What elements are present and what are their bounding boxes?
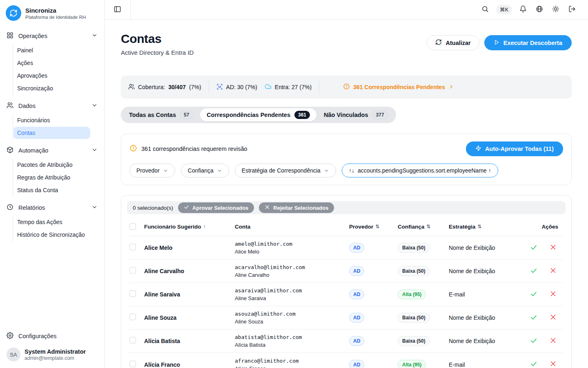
sidebar-item-tempo-acoes[interactable]: Tempo das Ações [13, 216, 90, 228]
reject-selected-button[interactable]: Rejeitar Selecionados [259, 202, 334, 213]
package-icon [7, 146, 13, 155]
reject-match-button[interactable] [549, 243, 557, 253]
sidebar-item-regras-atribuicao[interactable]: Regras de Atribuição [13, 171, 90, 184]
chevron-right-icon [448, 84, 454, 91]
row-checkbox[interactable] [129, 314, 136, 320]
sort-both-icon: ⇅ [375, 224, 379, 229]
theme-toggle-button[interactable] [550, 4, 561, 16]
settings-label: Configurações [18, 333, 57, 339]
sidebar-item-configuracoes[interactable]: Configurações [7, 329, 98, 343]
sidebar-section-dados[interactable]: Dados [0, 98, 104, 114]
sidebar-nav: Operações Painel Ações Aprovações Sincro… [0, 25, 104, 325]
sidebar-item-aprovacoes[interactable]: Aprovações [13, 70, 90, 82]
zap-icon [475, 145, 481, 153]
page-subtitle: Active Directory & Entra ID [121, 49, 194, 56]
approve-match-button[interactable] [529, 243, 538, 253]
tab-correspondencias-pendentes[interactable]: Correspondências Pendentes 361 [200, 108, 316, 121]
cloud-icon [265, 83, 272, 91]
reject-match-button[interactable] [549, 313, 557, 323]
reject-match-button[interactable] [549, 266, 557, 276]
matches-table-card: 0 selecionado(s) Aprovar Selecionados Re… [121, 195, 572, 368]
sidebar-footer: Configurações SA System Administrator ad… [0, 325, 104, 368]
employee-name: Alícia Batista [144, 338, 235, 344]
sidebar-item-contas[interactable]: Contas [13, 127, 90, 139]
approve-match-button[interactable] [529, 336, 538, 346]
x-icon [550, 337, 557, 346]
confidence-badge: Baixa (50) [398, 336, 430, 346]
selection-toolbar: 0 selecionado(s) Aprovar Selecionados Re… [127, 201, 566, 214]
sort-asc-icon: ↑ [203, 224, 206, 229]
users-icon [128, 83, 135, 91]
row-checkbox[interactable] [129, 361, 136, 367]
row-checkbox[interactable] [129, 244, 136, 250]
approve-match-button[interactable] [529, 289, 538, 300]
account-display-name: Aline Souza [235, 319, 349, 325]
table-row: Aline Souza asouza@limithor.com Aline So… [129, 306, 563, 330]
sidebar-section-automacao[interactable]: Automação [0, 143, 104, 158]
match-strategy: Nome de Exibição [449, 314, 526, 321]
auto-approve-all-button[interactable]: Auto-Aprovar Todas (11) [466, 141, 563, 156]
logout-button[interactable] [567, 4, 577, 16]
approve-match-button[interactable] [529, 359, 538, 368]
row-checkbox[interactable] [129, 337, 136, 343]
col-provider[interactable]: Provedor⇅ [349, 224, 398, 230]
account-display-name: Alice Melo [235, 249, 349, 255]
check-icon [530, 244, 537, 252]
match-strategy: E-mail [449, 361, 526, 368]
sort-both-icon: ⇅ [426, 224, 430, 229]
entra-stat: Entra: 27 (7%) [265, 83, 312, 91]
account-display-name: Alícia Batista [235, 342, 349, 348]
col-employee[interactable]: Funcionário Sugerido↑ [144, 224, 235, 230]
sidebar-item-historico-sincronizacao[interactable]: Histórico de Sincronização [13, 229, 90, 241]
notifications-button[interactable] [518, 4, 528, 16]
search-button[interactable] [480, 4, 490, 16]
reject-match-button[interactable] [549, 359, 557, 368]
language-button[interactable] [534, 4, 545, 16]
confidence-badge: Alta (95) [398, 289, 426, 299]
employee-name: Alícia Franco [144, 361, 235, 368]
select-all-checkbox[interactable] [129, 223, 136, 230]
match-strategy: Nome de Exibição [449, 338, 526, 344]
play-icon [494, 39, 500, 47]
col-strategy[interactable]: Estratégia⇅ [449, 224, 526, 230]
approve-match-button[interactable] [529, 313, 538, 323]
run-discovery-button[interactable]: Executar Descoberta [484, 35, 572, 50]
sidebar-item-painel[interactable]: Painel [13, 44, 90, 56]
sidebar-item-sincronizacao[interactable]: Sincronização [13, 82, 90, 94]
page-title: Contas [121, 32, 194, 46]
sidebar-item-acoes[interactable]: Ações [13, 57, 90, 69]
sidebar-section-operacoes[interactable]: Operações [0, 28, 104, 44]
sidebar-item-status-conta[interactable]: Status da Conta [13, 184, 90, 196]
tab-nao-vinculados[interactable]: Não Vinculados 377 [317, 108, 394, 121]
provider-filter[interactable]: Provedor [129, 164, 175, 177]
sidebar-section-relatorios[interactable]: Relatórios [0, 200, 104, 215]
strategy-filter[interactable]: Estratégia de Correspondência [235, 164, 336, 177]
x-icon [550, 267, 557, 276]
command-k-shortcut[interactable]: ⌘K [496, 5, 512, 14]
sort-selector[interactable]: ↑↓ accounts.pendingSuggestions.sort.empl… [342, 164, 498, 177]
reject-match-button[interactable] [549, 289, 557, 300]
check-icon [530, 314, 537, 322]
row-checkbox[interactable] [129, 290, 136, 297]
approve-match-button[interactable] [529, 266, 538, 276]
approve-selected-button[interactable]: Aprovar Selecionados [178, 202, 254, 213]
sun-icon [552, 5, 559, 14]
employee-name: Aline Carvalho [144, 268, 235, 274]
alert-circle-icon [129, 144, 137, 153]
sidebar-toggle-button[interactable] [112, 4, 123, 16]
user-profile[interactable]: SA System Administrator admin@template.c… [7, 348, 98, 361]
col-confidence[interactable]: Confiança⇅ [398, 224, 449, 230]
confidence-filter[interactable]: Confiança [181, 164, 229, 177]
sidebar-item-funcionarios[interactable]: Funcionários [13, 114, 90, 126]
table-row: Aline Carvalho acarvalho@limithor.com Al… [129, 260, 563, 283]
sidebar-item-pacotes-atribuicao[interactable]: Pacotes de Atribuição [13, 159, 90, 171]
tab-todas-as-contas[interactable]: Todas as Contas 57 [122, 108, 199, 121]
provider-badge: AD [349, 336, 364, 346]
pending-matches-link[interactable]: 361 Correspondências Pendentes [343, 83, 454, 91]
row-checkbox[interactable] [129, 267, 136, 274]
account-email: acarvalho@limithor.com [235, 264, 349, 270]
clock-icon [7, 204, 13, 212]
reject-match-button[interactable] [549, 336, 557, 346]
bell-icon [519, 5, 527, 14]
refresh-button[interactable]: Atualizar [427, 35, 479, 50]
